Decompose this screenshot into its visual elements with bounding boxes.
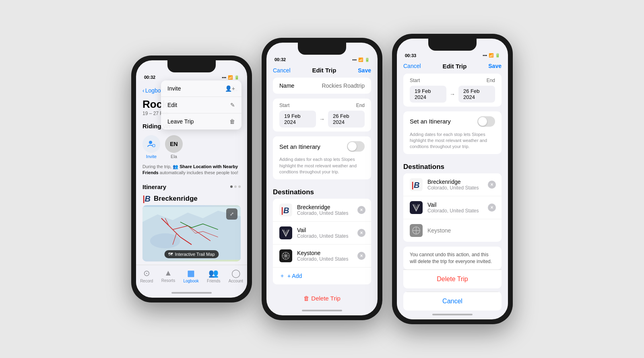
destinations-header-2: Destinations (266, 184, 378, 199)
remove-breck-2[interactable]: × (357, 206, 365, 214)
tab-logbook[interactable]: ▦ Logbook (183, 268, 198, 283)
end-label-2: End (356, 103, 365, 108)
destination-name: Breckenridge (154, 195, 198, 203)
delete-confirm-overlay: You cannot undo this action, and this wi… (403, 247, 502, 270)
phone-3-notch (428, 39, 477, 51)
vail-info-3: Vail Colorado, United States (427, 202, 488, 214)
svg-text:|: | (411, 181, 414, 189)
status-icons-2: ▪▪▪ 📶 🔋 (352, 58, 369, 62)
remove-vail-3[interactable]: × (488, 204, 496, 212)
cancel-delete-button[interactable]: Cancel (403, 292, 502, 311)
date-section-3: Start End 19 Feb 2024 → 26 Feb 2024 (403, 74, 502, 107)
date-row-3: Start End 19 Feb 2024 → 26 Feb 2024 (403, 74, 502, 107)
add-destination-button[interactable]: ＋ + Add (273, 267, 371, 284)
end-date-2[interactable]: 26 Feb 2024 (328, 111, 365, 128)
cancel-button-3[interactable]: Cancel (403, 63, 421, 69)
dest-breckenridge-2: | B Breckenridge Colorado, United States… (273, 199, 371, 222)
date-labels-3: Start End (410, 78, 495, 83)
vail-info-2: Vail Colorado, United States (297, 227, 357, 239)
itinerary-section-3: Set an Itinerary Adding dates for each s… (403, 111, 502, 154)
delete-trip-confirm-button[interactable]: Delete Trip (403, 270, 502, 288)
destination-title-row: |B Breckenridge (136, 193, 247, 205)
remove-keystone-2[interactable]: × (357, 252, 365, 260)
expand-map-button[interactable]: ⤢ (226, 208, 237, 220)
edit-trip-header-2: Cancel Edit Trip Save (266, 64, 378, 78)
invite-avatar[interactable]: Invite (142, 135, 160, 159)
tab-resorts[interactable]: ▲ Resorts (161, 268, 175, 283)
home-indicator-3 (432, 314, 473, 315)
date-labels: Start End (279, 103, 365, 108)
invite-label: Invite (146, 154, 157, 159)
itinerary-header: Itinerary (142, 181, 166, 193)
edit-trip-title-2: Edit Trip (312, 67, 336, 74)
phone-2: 00:32 ▪▪▪ 📶 🔋 Cancel Edit Trip Save Name… (262, 38, 382, 320)
record-icon: ⊙ (143, 268, 150, 278)
status-bar-2: 00:32 ▪▪▪ 📶 🔋 (266, 55, 378, 64)
start-date-2[interactable]: 19 Feb 2024 (279, 111, 316, 128)
save-button-3[interactable]: Save (488, 63, 502, 69)
vail-logo-svg (279, 226, 292, 239)
context-menu: Invite 👤+ Edit ✎ Leave Trip 🗑 (161, 80, 242, 130)
date-arrow-icon-3: → (450, 91, 455, 97)
itinerary-label-3: Set an Itinerary (410, 118, 451, 125)
phone-1-screen: 00:32 ▪▪▪ 📶 🔋 ‹ Logbook ••• Rockie (136, 60, 247, 298)
battery-3: 🔋 (495, 53, 500, 58)
name-value[interactable]: Rockies Roadtrip (322, 82, 365, 89)
date-pills: 19 Feb 2024 → 26 Feb 2024 (279, 111, 365, 128)
ela-circle: EN (165, 135, 183, 153)
name-row: Name Rockies Roadtrip (273, 78, 371, 94)
remove-breck-3[interactable]: × (488, 181, 496, 189)
trash-icon: 🗑 (303, 295, 311, 302)
dest-breckenridge-3: | B Breckenridge Colorado, United States… (403, 173, 502, 196)
svg-text:|: | (281, 206, 283, 215)
breckenridge-logo: |B (142, 194, 151, 204)
invite-icon (147, 140, 156, 148)
dest-keystone-3: Keystone (403, 219, 502, 242)
status-bar-1: 00:32 ▪▪▪ 📶 🔋 (136, 72, 247, 81)
phone-1: 00:32 ▪▪▪ 📶 🔋 ‹ Logbook ••• Rockie (131, 56, 252, 302)
home-indicator-1 (171, 292, 212, 294)
keystone-name-3: Keystone (427, 227, 496, 234)
avatars-row: Invite EN Ela (142, 132, 241, 162)
delete-actions: Delete Trip (403, 270, 502, 288)
scene: 00:32 ▪▪▪ 📶 🔋 ‹ Logbook ••• Rockie (123, 26, 521, 333)
save-button-2[interactable]: Save (358, 67, 371, 74)
dot-2 (234, 185, 237, 188)
dest-vail-2: Vail Colorado, United States × (273, 222, 371, 245)
home-indicator-2 (302, 310, 342, 311)
resorts-label: Resorts (161, 278, 175, 283)
end-label-3: End (487, 78, 495, 83)
menu-item-invite[interactable]: Invite 👤+ (161, 80, 242, 97)
page-dots (230, 185, 241, 188)
tab-account[interactable]: ◯ Account (229, 268, 243, 283)
wifi-icon-2: 📶 (358, 58, 363, 62)
menu-item-leave[interactable]: Leave Trip 🗑 (161, 113, 242, 130)
end-date-3[interactable]: 26 Feb 2024 (458, 86, 495, 103)
tab-record[interactable]: ⊙ Record (140, 268, 153, 283)
menu-item-edit[interactable]: Edit ✎ (161, 97, 242, 113)
cancel-button-2[interactable]: Cancel (273, 67, 291, 74)
tab-friends[interactable]: 👥 Friends (207, 268, 220, 283)
breck-location-3: Colorado, United States (427, 185, 488, 191)
logbook-label: Logbook (183, 279, 198, 283)
account-icon: ◯ (231, 268, 240, 278)
wifi-icon: 📶 (228, 75, 233, 80)
trail-map[interactable]: ⤢ 🗺 Interactive Trail Map (142, 205, 241, 261)
itinerary-toggle-2[interactable] (347, 141, 365, 152)
delete-trip-button-2[interactable]: 🗑 Delete Trip (266, 289, 378, 307)
dest-keystone-2: Keystone Colorado, United States × (273, 245, 371, 267)
start-date-3[interactable]: 19 Feb 2024 (410, 86, 446, 103)
itinerary-toggle-3[interactable] (477, 116, 495, 127)
dest-vail-3: Vail Colorado, United States × (403, 196, 502, 219)
invite-menu-icon: 👤+ (225, 85, 235, 92)
phone-3: 00:33 ▪▪▪ 📶 🔋 Cancel Edit Trip Save Star… (392, 34, 513, 325)
breck-info-2: Breckenridge Colorado, United States (297, 204, 357, 216)
chevron-back-icon: ‹ (142, 87, 144, 94)
name-section: Name Rockies Roadtrip (273, 78, 371, 94)
keystone-name-2: Keystone (297, 250, 357, 256)
status-icons-1: ▪▪▪ 📶 🔋 (222, 75, 239, 80)
itinerary-row: Set an Itinerary (273, 136, 371, 156)
breck-location-2: Colorado, United States (297, 210, 357, 216)
vail-location-3: Colorado, United States (427, 208, 488, 214)
remove-vail-2[interactable]: × (357, 229, 365, 237)
